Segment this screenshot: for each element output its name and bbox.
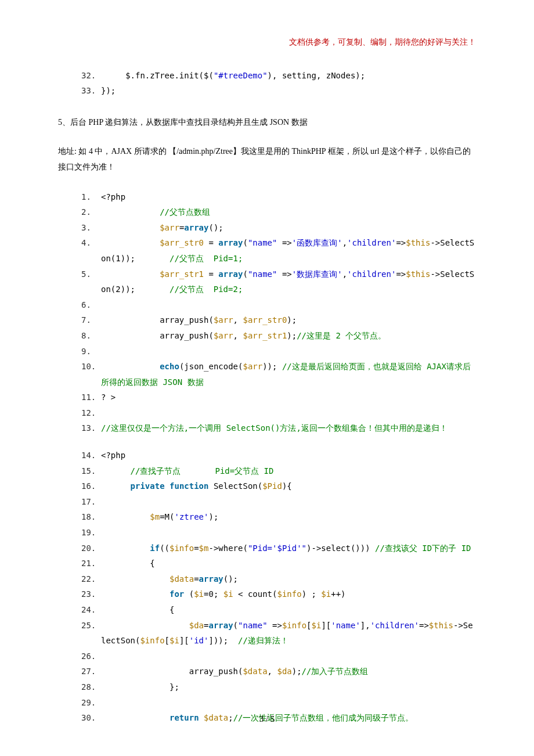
lineno: 8.	[81, 328, 101, 344]
code-line: {	[101, 602, 476, 618]
lineno: 11.	[81, 390, 101, 405]
code-line	[101, 649, 476, 664]
code-line	[101, 344, 476, 359]
code-block-1: 32. $.fn.zTree.init($("#treeDemo"), sett…	[58, 68, 476, 99]
code-line: $arr_str0 = array("name" =>'函数库查询','chil…	[101, 235, 476, 266]
lineno: 4.	[81, 235, 101, 266]
code-line: {	[101, 556, 476, 571]
lineno: 23.	[81, 586, 101, 602]
lineno: 21.	[81, 556, 101, 571]
section-title: 5、后台 PHP 递归算法，从数据库中查找目录结构并且生成 JSON 数据	[58, 115, 476, 131]
lineno: 32.	[81, 68, 101, 84]
code-block-2: 1.<?php 2. //父节点数组 3. $arr=array(); 4. $…	[58, 189, 476, 726]
code-line: $da=array("name" =>$info[$i]['name'],'ch…	[101, 618, 476, 649]
code-line	[101, 297, 476, 313]
lineno: 20.	[81, 541, 101, 556]
lineno: 25.	[81, 618, 101, 649]
lineno: 6.	[81, 297, 101, 313]
code-line: $data=array();	[101, 571, 476, 587]
code-line: array_push($arr, $arr_str0);	[101, 312, 476, 328]
lineno: 24.	[81, 602, 101, 618]
code-line: $.fn.zTree.init($("#treeDemo"), setting,…	[101, 68, 476, 84]
header-note: 文档供参考，可复制、编制，期待您的好评与关注！	[58, 35, 476, 51]
code-line	[101, 525, 476, 541]
lineno: 9.	[81, 344, 101, 359]
lineno: 12.	[81, 405, 101, 421]
code-line: ? >	[101, 390, 476, 405]
page-footer: 3 / 5	[0, 711, 534, 728]
code-line: array_push($arr, $arr_str1);//这里是 2 个父节点…	[101, 328, 476, 344]
lineno: 2.	[81, 204, 101, 220]
code-line: });	[101, 83, 476, 99]
code-line: //这里仅仅是一个方法,一个调用 SelectSon()方法,返回一个数组集合！…	[101, 420, 476, 436]
lineno: 7.	[81, 312, 101, 328]
lineno: 1.	[81, 189, 101, 205]
lineno: 19.	[81, 525, 101, 541]
lineno: 14.	[81, 448, 101, 463]
lineno: 10.	[81, 359, 101, 390]
code-line: for ($i=0; $i < count($info) ; $i++)	[101, 586, 476, 602]
code-line: //父节点数组	[101, 204, 476, 220]
code-line: $m=M('ztree');	[101, 509, 476, 525]
lineno: 28.	[81, 679, 101, 695]
lineno: 17.	[81, 494, 101, 510]
code-line	[101, 494, 476, 510]
lineno: 27.	[81, 664, 101, 679]
code-line: private function SelectSon($Pid){	[101, 478, 476, 494]
code-line: //查找子节点 Pid=父节点 ID	[101, 463, 476, 479]
lineno: 3.	[81, 220, 101, 236]
lineno: 26.	[81, 649, 101, 664]
code-line: echo(json_encode($arr)); //这是最后返回给页面，也就是…	[101, 359, 476, 390]
lineno: 5.	[81, 267, 101, 297]
lineno: 33.	[81, 83, 101, 99]
code-line: <?php	[101, 448, 476, 463]
code-line: };	[101, 679, 476, 695]
code-line: $arr=array();	[101, 220, 476, 236]
code-line: $arr_str1 = array("name" =>'数据库查询','chil…	[101, 267, 476, 297]
paragraph: 地址: 如 4 中，AJAX 所请求的 【/admin.php/Ztree】我这…	[58, 144, 476, 175]
lineno: 29.	[81, 695, 101, 711]
lineno: 15.	[81, 463, 101, 479]
lineno: 18.	[81, 509, 101, 525]
lineno: 13.	[81, 420, 101, 436]
code-line: array_push($data, $da);//加入子节点数组	[101, 664, 476, 679]
code-line	[101, 405, 476, 421]
code-line: if(($info=$m->where("Pid='$Pid'")->selec…	[101, 541, 476, 556]
code-line: <?php	[101, 189, 476, 205]
code-line	[101, 695, 476, 711]
lineno: 22.	[81, 571, 101, 587]
lineno: 16.	[81, 478, 101, 494]
